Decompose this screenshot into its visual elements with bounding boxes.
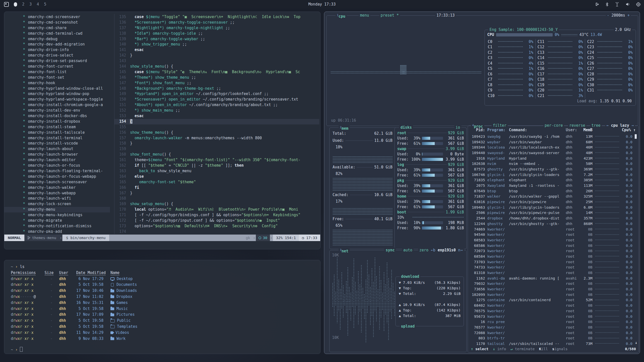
- file-item[interactable]: *omarchy-debug: [4, 36, 110, 42]
- file-item[interactable]: *omarchy-launch-browser: [4, 152, 110, 157]
- file-item[interactable]: *omarchy-hook: [4, 80, 110, 86]
- file-item[interactable]: *omarchy-launch-screensaver: [4, 179, 110, 185]
- process-row[interactable]: 109463glycin-i/usr/lib/glycin-loadersdhh…: [470, 205, 632, 210]
- process-row[interactable]: 2506pipewire/usr/bin/pipewire-pulsedhh14…: [470, 210, 632, 216]
- process-row[interactable]: 63816pipewire/usr/bin/pipewiredhh25M0.0: [470, 199, 632, 205]
- process-row[interactable]: 109432waybar/usr/bin/waybardhh68M0.0: [470, 139, 632, 145]
- process-row[interactable]: 72088kworker/root0B0.0: [470, 330, 632, 336]
- file-item[interactable]: *omarchy-install-dropbox: [4, 119, 110, 124]
- process-row[interactable]: 76577kworker/root0B0.0: [470, 325, 632, 330]
- process-row[interactable]: 109344localsea/usr/lib/localsearch-exdhh…: [470, 145, 632, 150]
- process-row[interactable]: 74869kworker/root0B0.0: [470, 227, 632, 232]
- process-row[interactable]: 87649btopbtopdhh26M0.0: [470, 188, 632, 194]
- net-auto[interactable]: auto: [402, 248, 414, 253]
- process-row[interactable]: 71835elephantelephantdhh385M0.0: [470, 177, 632, 183]
- process-row[interactable]: 803btrfs-trroot0B0.0: [470, 335, 632, 341]
- tab-io[interactable]: io: [454, 125, 461, 130]
- process-row[interactable]: 71837walker/usr/bin/walker --gappldhh325…: [470, 194, 632, 199]
- process-row[interactable]: 1916HyprlandHyprlanddhh423M0.0: [470, 156, 632, 161]
- process-row[interactable]: 1170tailscal/usr/sbin/tailscaled --root7…: [470, 341, 632, 345]
- code-pane[interactable]: 135 case $(menu "Toggle" "▣ Screensaver\…: [114, 14, 319, 233]
- tab-proc[interactable]: 4proc: [471, 123, 484, 128]
- file-item[interactable]: *omarchy-cmd-screensaver: [4, 14, 110, 20]
- file-item[interactable]: *omarchy-font-set: [4, 75, 110, 80]
- process-row[interactable]: 94540kworker/root0B0.0: [470, 232, 632, 237]
- file-item[interactable]: *omarchy-install-dev-env: [4, 108, 110, 113]
- process-row[interactable]: 68583kworker/root0B0.0: [470, 237, 632, 243]
- scroll-down-indicator[interactable]: ↓: [635, 340, 637, 345]
- process-row[interactable]: 102638nvimnvim --embed .dhh58M0.0: [470, 161, 632, 166]
- file-item[interactable]: *omarchy-pkg-add: [4, 229, 110, 233]
- file-item[interactable]: *omarchy-install-tailscale: [4, 130, 110, 135]
- hotkey[interactable]: ↑: [471, 347, 473, 351]
- logout-icon[interactable]: [595, 2, 599, 6]
- process-row[interactable]: 73656kworker/root0B0.0: [470, 286, 632, 292]
- tab-disks[interactable]: disks: [399, 125, 413, 130]
- file-item[interactable]: *omarchy-install-chromium-google-a: [4, 102, 110, 108]
- net-interface[interactable]: ←b enp191s0 n→: [430, 248, 464, 253]
- prompt-line-empty[interactable]: ~ ›: [11, 347, 316, 353]
- proc-per-core[interactable]: per-core: [543, 123, 564, 128]
- file-item[interactable]: *omarchy-menu-keybindings: [4, 212, 110, 218]
- process-row[interactable]: 16rcu_preeroot0B0.0: [470, 319, 632, 325]
- file-item[interactable]: *omarchy-hyprland-window-close-all: [4, 86, 110, 92]
- file-item[interactable]: *omarchy-install-vscode: [4, 141, 110, 146]
- update-interval[interactable]: - 2000ms +: [606, 13, 631, 18]
- file-item[interactable]: *omarchy-launch-about: [4, 146, 110, 152]
- file-item[interactable]: *omarchy-launch-editor: [4, 157, 110, 163]
- process-row[interactable]: 74733kworker/root0B0.0: [470, 265, 632, 270]
- proc-tree[interactable]: tree: [590, 123, 602, 128]
- process-row[interactable]: 2544dropbox/home/dhh/.dropbox-distdhh357…: [470, 215, 632, 221]
- terminal-content[interactable]: ~ › ls Permissions Size User Date Modifi…: [4, 260, 320, 354]
- file-item[interactable]: *omarchy-launch-walker: [4, 185, 110, 191]
- process-row[interactable]: 76575kworker/root0B0.0: [470, 308, 632, 314]
- process-row[interactable]: 68584kworker/root0B0.0: [470, 254, 632, 259]
- tab-preset[interactable]: preset *: [379, 13, 400, 18]
- process-row[interactable]: 109440swayosd-/usr/bin/swayosd-serverdhh…: [470, 150, 632, 156]
- hotkey[interactable]: s: [552, 347, 554, 351]
- process-row[interactable]: 1275containe/usr/bin/containerdroot52M0.…: [470, 297, 632, 303]
- process-row[interactable]: 72073kworker/root0B0.0: [470, 248, 632, 254]
- hotkey[interactable]: ↓: [493, 347, 495, 351]
- tab-mem[interactable]: 2mem: [339, 125, 350, 130]
- file-item[interactable]: *omarchy-install-terminal: [4, 135, 110, 141]
- net-zero[interactable]: zero: [418, 248, 430, 253]
- process-row[interactable]: 81310kworker/root0B0.0: [470, 270, 632, 276]
- process-row[interactable]: 68402kworker/root0B0.0: [470, 303, 632, 308]
- hotkey[interactable]: ↵: [510, 347, 513, 351]
- volume-icon[interactable]: [626, 2, 630, 6]
- file-item[interactable]: *omarchy-drive-info: [4, 47, 110, 53]
- proc-reverse[interactable]: reverse: [568, 123, 586, 128]
- file-item[interactable]: *omarchy-hyprland-window-pop: [4, 91, 110, 97]
- process-row[interactable]: 109423swaybg/usr/bin/swaybg -i /homdhh13…: [470, 134, 632, 139]
- process-row[interactable]: 87573ghostty/usr/bin/ghostty --gtk-dhh36…: [470, 166, 632, 172]
- process-row[interactable]: 12244ghostty/usr/bin/ghostty --gtk-dhh86…: [470, 221, 632, 227]
- file-item[interactable]: *omarchy-launch-webapp: [4, 191, 110, 196]
- tab-net[interactable]: 3net: [339, 248, 350, 253]
- file-item[interactable]: *omarchy-cmd-share: [4, 25, 110, 31]
- net-sync[interactable]: sync: [384, 248, 396, 253]
- file-item[interactable]: *omarchy-cmd-terminal-cwd: [4, 31, 110, 36]
- file-item[interactable]: *omarchy-font-list: [4, 69, 110, 75]
- file-item[interactable]: *omarchy-menu: [4, 207, 110, 212]
- file-item[interactable]: *omarchy-cmd-screenshot: [4, 20, 110, 25]
- tab-cpu[interactable]: 1cpu: [336, 13, 347, 18]
- network-icon[interactable]: [615, 2, 620, 7]
- proc-scrollbar[interactable]: [635, 134, 637, 139]
- file-item[interactable]: *omarchy-drive-select: [4, 53, 110, 58]
- process-row[interactable]: 106746glycin-i/usr/lib/glycin-loadersdhh…: [470, 172, 632, 177]
- file-item[interactable]: *omarchy-launch-or-focus-webapp: [4, 174, 110, 179]
- file-item[interactable]: *omarchy-migrate: [4, 218, 110, 223]
- file-item[interactable]: *omarchy-launch-or-focus: [4, 163, 110, 168]
- file-item[interactable]: *omarchy-hyprland-workspace-toggle: [4, 97, 110, 102]
- proc-filter[interactable]: filter: [492, 123, 508, 128]
- cpu-icon[interactable]: [636, 2, 640, 7]
- process-row[interactable]: 95673kworker/root0B0.0: [470, 314, 632, 319]
- file-item[interactable]: *omarchy-launch-floating-terminal-: [4, 168, 110, 174]
- file-item[interactable]: *omarchy-lock-screen: [4, 201, 110, 207]
- process-row[interactable]: 79032kworker/root0B0.0: [470, 281, 632, 287]
- file-item[interactable]: *omarchy-launch-wifi: [4, 196, 110, 201]
- proc-sort-mode[interactable]: ← cpu lazy →: [605, 123, 635, 128]
- process-row[interactable]: 2075XwaylandXwayland :1 -rootless -dhh11…: [470, 183, 632, 188]
- file-item[interactable]: *omarchy-install-steam: [4, 124, 110, 130]
